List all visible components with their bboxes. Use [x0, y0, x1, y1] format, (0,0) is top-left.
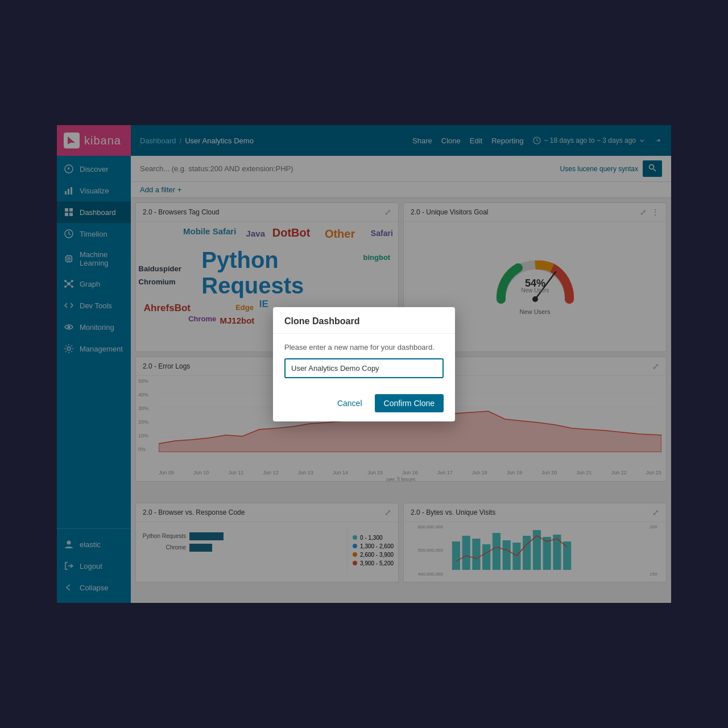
clone-name-input[interactable]: [284, 358, 444, 378]
modal-header: Clone Dashboard: [273, 307, 455, 334]
modal-description: Please enter a new name for your dashboa…: [284, 343, 444, 351]
clone-dashboard-modal: Clone Dashboard Please enter a new name …: [273, 307, 455, 421]
modal-footer: Cancel Confirm Clone: [273, 387, 455, 421]
modal-title: Clone Dashboard: [284, 316, 444, 326]
modal-overlay[interactable]: Clone Dashboard Please enter a new name …: [57, 125, 671, 603]
cancel-button[interactable]: Cancel: [330, 394, 369, 412]
confirm-clone-button[interactable]: Confirm Clone: [375, 394, 444, 412]
modal-body: Please enter a new name for your dashboa…: [273, 334, 455, 387]
